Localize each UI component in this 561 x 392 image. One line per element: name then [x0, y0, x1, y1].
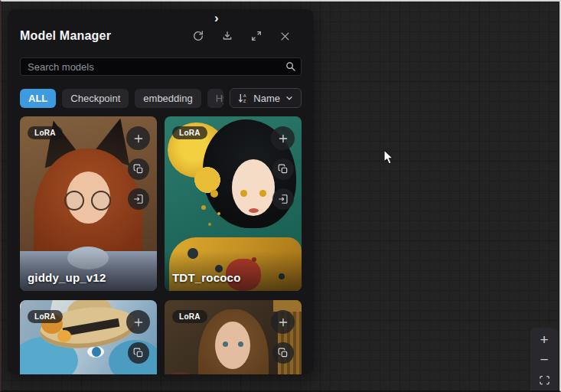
model-type-badge: LoRA	[28, 126, 63, 139]
thumbnail-art	[232, 159, 275, 216]
refresh-icon[interactable]	[192, 30, 204, 42]
mouse-cursor	[383, 149, 395, 168]
thumbnail-art	[210, 190, 218, 198]
copy-icon[interactable]	[272, 158, 294, 180]
zoom-in-button[interactable]: +	[533, 330, 556, 350]
page-title: Model Manager	[20, 29, 111, 43]
filter-chip-embedding[interactable]: embedding	[135, 89, 201, 108]
thumbnail-art	[64, 191, 84, 211]
fit-screen-icon[interactable]	[533, 370, 556, 390]
sort-icon: A Z	[237, 93, 249, 104]
zoom-out-button[interactable]: −	[533, 350, 556, 370]
thumbnail-art	[191, 164, 224, 196]
thumbnail-art	[91, 191, 111, 211]
node-canvas[interactable]: Model Manager	[0, 0, 561, 392]
load-icon[interactable]	[128, 188, 149, 210]
model-type-badge: LoRA	[172, 310, 207, 323]
thumbnail-art	[92, 347, 101, 357]
add-icon[interactable]	[271, 126, 295, 150]
canvas-zoom-toolbar: + −	[530, 328, 558, 392]
download-icon[interactable]	[221, 30, 233, 42]
model-grid: LoRA giddy_up_v12	[20, 116, 302, 374]
filter-row: ALL Checkpoint embedding Hype › A Z Name	[20, 88, 302, 108]
load-icon[interactable]	[272, 188, 294, 210]
model-card-tdt-rococo[interactable]: LoRA TDT_rococo	[165, 116, 302, 291]
add-icon[interactable]	[126, 126, 150, 150]
copy-icon[interactable]	[128, 342, 149, 364]
chevron-right-icon: ›	[214, 11, 219, 26]
model-card-4[interactable]: LoRA	[165, 300, 302, 374]
svg-text:A: A	[243, 93, 246, 98]
card-actions	[126, 310, 150, 364]
thumbnail-art	[215, 322, 250, 369]
add-icon[interactable]	[126, 310, 150, 334]
expand-icon[interactable]	[250, 30, 263, 42]
card-actions	[271, 310, 295, 364]
model-type-badge: LoRA	[172, 126, 207, 139]
thumbnail-art	[223, 341, 228, 347]
filter-chip-hypernetwork[interactable]: Hype	[207, 89, 224, 108]
copy-icon[interactable]	[272, 342, 294, 364]
thumbnail-art	[259, 190, 266, 197]
filter-chip-all[interactable]: ALL	[20, 89, 56, 108]
copy-icon[interactable]	[128, 158, 149, 180]
thumbnail-art	[238, 341, 243, 347]
card-actions	[271, 126, 295, 210]
thumbnail-art	[240, 190, 247, 197]
chevron-down-icon	[285, 93, 294, 103]
thumbnail-art	[249, 208, 259, 213]
panel-header: Model Manager	[20, 28, 302, 44]
model-card-giddy-up-v12[interactable]: LoRA giddy_up_v12	[20, 116, 157, 291]
search-input[interactable]	[20, 57, 302, 76]
model-card-3[interactable]: LoRA	[20, 300, 157, 374]
svg-text:Z: Z	[243, 99, 246, 103]
sort-label: Name	[253, 93, 280, 104]
model-name: TDT_rococo	[172, 271, 241, 284]
model-manager-panel: Model Manager	[8, 9, 314, 374]
search-bar	[20, 57, 302, 76]
search-icon[interactable]	[285, 60, 296, 75]
header-actions	[192, 30, 291, 42]
add-icon[interactable]	[271, 310, 295, 334]
close-icon[interactable]	[279, 31, 291, 42]
model-name: giddy_up_v12	[28, 271, 106, 284]
filter-chip-checkpoint[interactable]: Checkpoint	[62, 89, 129, 108]
sort-button[interactable]: A Z Name	[230, 88, 302, 108]
card-actions	[126, 126, 150, 210]
model-type-badge: LoRA	[28, 310, 63, 323]
